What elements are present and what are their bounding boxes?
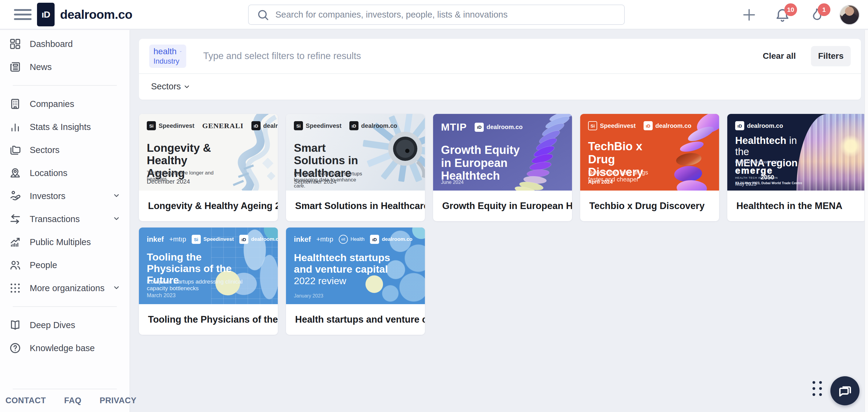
folders-icon [8, 143, 22, 157]
sidebar-item-companies[interactable]: Companies [0, 92, 129, 115]
sidebar-divider [13, 85, 117, 86]
sidebar-item-locations[interactable]: Locations [0, 162, 129, 184]
sidebar-item-transactions[interactable]: Transactions [0, 207, 129, 231]
speedinvest-logo: Si Speedinvest [588, 121, 636, 130]
search-icon [256, 8, 269, 21]
bar-chart-icon [8, 120, 22, 134]
user-avatar[interactable] [839, 5, 860, 25]
sidebar-item-stats[interactable]: Stats & Insights [0, 115, 129, 138]
building-icon [8, 97, 22, 110]
sidebar-item-investors[interactable]: Investors [0, 184, 129, 207]
report-card-techbio[interactable]: Si Speedinvest ıD dealroom.co TechBio x … [580, 114, 719, 221]
report-card-longevity[interactable]: Si Speedinvest GENERALI ıD dealroom.co L… [139, 114, 278, 221]
sidebar-footer-divider [13, 389, 117, 389]
sidebar-item-label: Locations [30, 168, 121, 178]
sidebar-item-label: Dashboard [30, 39, 121, 49]
report-cover: ıD dealroom.co Healthtech in the MENA re… [727, 114, 866, 191]
plus-icon [741, 7, 757, 23]
transfer-arrows-icon [8, 212, 22, 226]
speedinvest-logo: Si Speedinvest [147, 121, 194, 130]
add-button[interactable] [739, 5, 759, 25]
report-card-tooling-physicians[interactable]: inkef +mtıp Si Speedinvest ıD dealroom.c… [139, 228, 278, 335]
sidebar-item-label: Transactions [30, 214, 112, 224]
filter-chip-industry-health[interactable]: health Industry [149, 44, 186, 68]
emerge-year: 2050 [761, 174, 774, 181]
chat-bubbles-icon [837, 383, 852, 399]
chevron-down-icon[interactable] [112, 191, 121, 201]
hamburger-menu-icon[interactable] [14, 7, 32, 22]
chevron-down-icon[interactable] [112, 283, 121, 293]
report-card-title: Techbio x Drug Discovery [580, 191, 719, 221]
question-circle-icon [8, 341, 22, 355]
sidebar-item-news[interactable]: News [0, 56, 129, 78]
generali-logo: GENERALI [202, 122, 244, 130]
report-card-healthtech-vc[interactable]: inkef +mtıp eit Health ıD dealroom.co He… [286, 228, 425, 335]
sidebar-item-label: More organizations [30, 283, 112, 293]
dealroom-logo: ıD dealroom.co [475, 123, 523, 132]
dealroom-logo: ıD dealroom.co [735, 121, 783, 130]
cover-title: Growth Equity in European Healthtech [441, 144, 532, 182]
filter-chip-value: health [153, 47, 177, 56]
chat-button[interactable] [830, 376, 860, 405]
cover-subtitle: European startups addressing clinical ca… [147, 278, 244, 292]
signals-button[interactable]: 1 [806, 5, 826, 25]
cover-date: April 2024 [588, 179, 613, 185]
brand-logo[interactable]: ıD dealroom.co [37, 3, 132, 26]
drag-handle-dots[interactable] [810, 379, 824, 398]
dealroom-logo: ıD dealroom.co [251, 121, 278, 130]
footer-links: CONTACT FAQ PRIVACY [0, 396, 129, 408]
inkef-logo: inkef [147, 235, 164, 244]
privacy-link[interactable]: PRIVACY [100, 396, 137, 405]
dealroom-logo: ıD dealroom.co [370, 235, 412, 244]
report-cover: Si Speedinvest GENERALI ıD dealroom.co L… [139, 114, 278, 191]
report-card-title: Smart Solutions in Healthcare – E… [286, 191, 425, 221]
sidebar-item-deep-dives[interactable]: Deep Dives [0, 314, 129, 337]
cover-title: Healthtech startups and venture capital … [294, 252, 391, 286]
report-card-mena[interactable]: ıD dealroom.co Healthtech in the MENA re… [727, 114, 866, 221]
sidebar-item-dashboard[interactable]: Dashboard [0, 32, 129, 56]
cover-created-by: Created by Dealroom.co for [735, 160, 780, 164]
cover-date: March 2023 [147, 292, 176, 299]
dots-grid-icon [8, 281, 22, 295]
report-card-smart-solutions[interactable]: Si Speedinvest ıD dealroom.co Smart Solu… [286, 114, 425, 221]
sidebar-item-sectors[interactable]: Sectors [0, 138, 129, 162]
filters-button[interactable]: Filters [811, 46, 851, 66]
clear-all-button[interactable]: Clear all [763, 51, 796, 61]
search-input[interactable] [275, 10, 616, 20]
sidebar-item-people[interactable]: People [0, 253, 129, 277]
scrollbar[interactable] [864, 30, 868, 412]
global-search[interactable] [248, 5, 625, 25]
report-card-growth-equity[interactable]: MTIP ıD dealroom.co Growth Equity in Eur… [433, 114, 572, 221]
eit-health-logo: eit Health [339, 235, 365, 244]
open-book-icon [8, 318, 22, 332]
sectors-dropdown[interactable]: Sectors [151, 81, 190, 92]
report-cover: inkef +mtıp eit Health ıD dealroom.co He… [286, 228, 425, 304]
filter-input[interactable] [203, 50, 763, 62]
sidebar-item-label: Deep Dives [30, 320, 121, 330]
trend-chart-icon [8, 235, 22, 249]
contact-link[interactable]: CONTACT [5, 396, 46, 405]
people-icon [8, 259, 22, 272]
cover-date: December 2024 [147, 178, 190, 185]
chevron-down-icon [183, 83, 190, 90]
notifications-button[interactable]: 10 [773, 5, 792, 25]
cover-date: September 2024 [294, 178, 337, 185]
chevron-down-icon[interactable] [112, 214, 121, 224]
mtip-logo: MTIP [441, 121, 467, 133]
sidebar-nav: Dashboard News Companies Stats & Insight… [0, 30, 130, 412]
sidebar-item-label: Sectors [30, 145, 121, 155]
sidebar-item-knowledge-base[interactable]: Knowledge base [0, 337, 129, 359]
report-cover: Si Speedinvest ıD dealroom.co TechBio x … [580, 114, 719, 191]
sidebar-item-label: Investors [30, 191, 112, 201]
report-card-title: Tooling the Physicians of the Future [139, 304, 278, 335]
inkef-logo: inkef [294, 235, 311, 244]
filter-bar: health Industry Clear all Filters Sector… [139, 39, 861, 100]
sidebar-item-more-organizations[interactable]: More organizations [0, 277, 129, 300]
report-card-title: Health startups and venture capit… [286, 304, 425, 335]
faq-link[interactable]: FAQ [64, 396, 81, 405]
sidebar-item-public-multiples[interactable]: Public Multiples [0, 231, 129, 253]
mtip-logo: +mtıp [169, 235, 186, 243]
speedinvest-logo: Si Speedinvest [294, 121, 341, 130]
signals-badge: 1 [818, 3, 830, 16]
cover-date: January 2023 [294, 293, 323, 299]
